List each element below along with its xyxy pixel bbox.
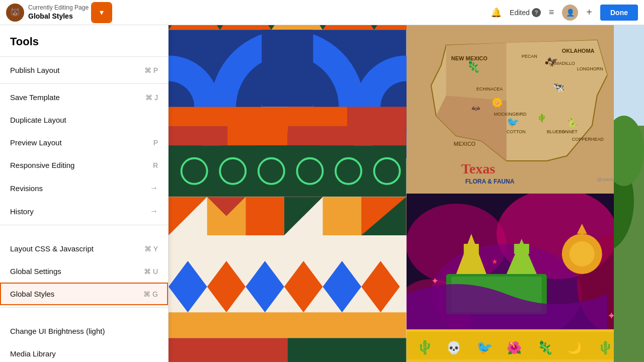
svg-text:MOCKINGBIRD: MOCKINGBIRD [494,112,526,117]
done-button[interactable]: Done [600,5,638,21]
revisions-arrow-icon: → [150,184,158,193]
svg-rect-23 [227,126,287,145]
media-library-label: Media Library [10,349,56,358]
svg-text:COTTON: COTTON [506,129,525,134]
svg-text:ARMADILLO: ARMADILLO [548,61,575,66]
svg-rect-25 [347,107,406,126]
geometric-art [169,25,407,362]
menu-item-duplicate-layout[interactable]: Duplicate Layout [0,109,168,131]
dropdown-button[interactable]: ▾ [93,4,111,22]
menu-item-publish-layout[interactable]: Publish Layout ⌘ P [0,59,168,81]
menu-item-global-styles[interactable]: Global Styles ⌘ G [0,283,168,305]
responsive-editing-label: Responsive Editing [10,161,74,169]
svg-text:ECHINACEA: ECHINACEA [476,86,503,92]
menu-gap-1 [0,227,168,237]
svg-rect-15 [262,30,313,107]
svg-text:🌵: 🌵 [416,339,433,355]
menu-item-history[interactable]: History → [0,200,168,223]
svg-point-80 [545,61,548,64]
menu-item-responsive-editing[interactable]: Responsive Editing R [0,154,168,176]
menu-divider-3 [0,225,168,225]
svg-marker-6 [169,25,220,30]
svg-rect-120 [614,25,644,126]
svg-rect-22 [169,126,227,145]
svg-text:COPPERHEAD: COPPERHEAD [572,137,604,142]
menu-divider-2 [0,83,168,84]
main-canvas: NEW MEXICO OKLAHOMA MEXICO 🦎 🦅 🐄 🌼 🐦 🌵 🐍… [169,25,644,362]
menu-item-preview-layout[interactable]: Preview Layout P [0,131,168,154]
duplicate-layout-label: Duplicate Layout [10,116,66,124]
svg-rect-101 [463,244,478,254]
svg-rect-26 [169,145,407,197]
responsive-editing-shortcut: R [153,161,158,169]
svg-text:💀: 💀 [446,340,461,355]
tools-title: Tools [0,25,168,54]
svg-text:🌙: 🌙 [567,340,582,355]
menu-gap-2 [0,310,168,320]
svg-text:LONGHORN: LONGHORN [577,66,603,71]
svg-text:🐦: 🐦 [506,116,519,128]
history-arrow-icon: → [150,207,158,216]
edited-status: Edited ? [510,8,541,17]
canvas-cell-texas-map: NEW MEXICO OKLAHOMA MEXICO 🦎 🦅 🐄 🌼 🐦 🌵 🐍… [407,25,645,194]
main-header: 🐻 Currently Editing Page Global Styles ▾… [0,0,644,25]
svg-rect-52 [287,338,406,362]
publish-layout-label: Publish Layout [10,66,59,74]
svg-marker-36 [246,197,284,235]
svg-text:PECAN: PECAN [521,54,537,59]
help-icon[interactable]: ? [532,8,541,17]
menu-item-global-settings[interactable]: Global Settings ⌘ U [0,260,168,283]
save-template-shortcut: ⌘ J [145,94,158,102]
notification-bell-icon[interactable]: 🔔 [491,7,502,18]
svg-text:FLORA & FAUNA: FLORA & FAUNA [465,178,514,185]
svg-text:MEXICO: MEXICO [453,141,475,147]
canvas-cell-folk-art: 🌵 💀 🐦 🌺 🦎 🌙 🌵 💀 ✦ ★ ✦ [407,194,645,362]
global-settings-label: Global Settings [10,267,61,276]
header-right: 🔔 Edited ? ≡ 👤 + Done [491,5,638,21]
texas-map-art: NEW MEXICO OKLAHOMA MEXICO 🦎 🦅 🐄 🌼 🐦 🌵 🐍… [407,25,645,194]
svg-text:🦇: 🦇 [471,104,480,113]
svg-text:🦎: 🦎 [466,60,480,73]
publish-layout-shortcut: ⌘ P [144,66,158,74]
svg-text:★: ★ [491,257,498,265]
chevron-down-icon: ▾ [100,8,104,17]
menu-item-change-brightness[interactable]: Change UI Brightness (light) [0,320,168,342]
change-brightness-label: Change UI Brightness (light) [10,327,105,335]
svg-text:🦎: 🦎 [536,339,553,355]
edited-label: Edited [510,9,530,17]
svg-rect-51 [169,338,287,362]
add-icon[interactable]: + [586,7,592,18]
menu-item-media-library[interactable]: Media Library [0,342,168,362]
svg-text:OKLAHOMA: OKLAHOMA [561,48,594,54]
svg-rect-102 [514,244,529,254]
svg-text:🌺: 🌺 [506,340,521,355]
global-styles-label: Global Styles [10,290,54,298]
svg-text:🐦: 🐦 [476,339,493,355]
site-logo[interactable]: 🐻 [6,4,24,22]
menu-item-save-template[interactable]: Save Template ⌘ J [0,86,168,109]
tools-dropdown-menu: Tools Publish Layout ⌘ P Save Template ⌘… [0,25,169,362]
preview-layout-label: Preview Layout [10,138,62,147]
global-styles-shortcut: ⌘ G [143,290,158,298]
svg-text:S: S [561,129,565,134]
header-left: 🐻 Currently Editing Page Global Styles ▾ [6,4,111,22]
svg-text:🐄: 🐄 [551,81,564,93]
history-label: History [10,207,34,216]
revisions-label: Revisions [10,184,43,193]
svg-rect-24 [287,107,347,126]
svg-point-104 [569,241,594,266]
layout-css-label: Layout CSS & Javascript [10,244,94,253]
svg-marker-39 [323,197,361,235]
menu-item-revisions[interactable]: Revisions → [0,176,168,200]
preview-layout-shortcut: P [153,139,158,147]
page-name: Global Styles [28,12,89,21]
menu-lines-icon[interactable]: ≡ [549,7,554,18]
layout-css-shortcut: ⌘ Y [144,245,158,253]
avatar[interactable]: 👤 [562,5,578,21]
editing-label: Currently Editing Page [28,4,89,11]
editing-info: Currently Editing Page Global Styles [28,4,89,21]
svg-text:🌵: 🌵 [597,339,613,355]
menu-item-layout-css[interactable]: Layout CSS & Javascript ⌘ Y [0,237,168,260]
svg-text:Texas: Texas [461,161,495,176]
global-settings-shortcut: ⌘ U [144,267,158,276]
